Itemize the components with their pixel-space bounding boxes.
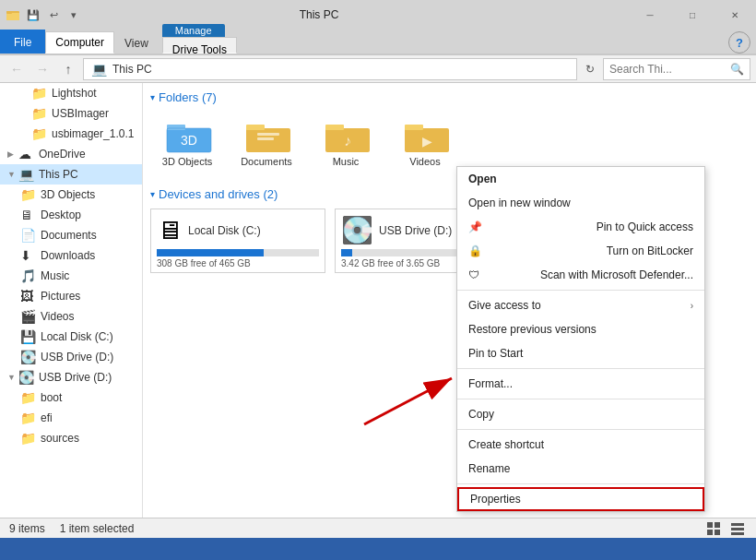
- usb-drive-icon: 💽: [341, 215, 373, 245]
- ctx-label: Turn on BitLocker: [607, 244, 693, 257]
- folder-name: Music: [333, 156, 360, 167]
- ctx-pin-quick-access[interactable]: 📌 Pin to Quick access: [457, 215, 704, 239]
- manage-group-label: Manage: [162, 24, 225, 37]
- drive-info: 308 GB free of 465 GB: [157, 258, 319, 268]
- ctx-label: Scan with Microsoft Defender...: [540, 268, 693, 281]
- address-box[interactable]: 💻 This PC: [83, 58, 577, 80]
- sidebar-label: USB Drive (D:): [41, 351, 113, 363]
- search-input[interactable]: [609, 63, 730, 76]
- drives-header-text: Devices and drives (2): [159, 187, 278, 201]
- folder-item-music[interactable]: ♪ Music: [309, 112, 383, 173]
- sidebar-item-documents[interactable]: 📄 Documents: [0, 225, 142, 245]
- pin-icon: 📌: [468, 220, 482, 233]
- ctx-copy[interactable]: Copy: [457, 402, 704, 426]
- sidebar-item-thispc[interactable]: ▼ 💻 This PC: [0, 164, 142, 185]
- sidebar-item-3dobjects[interactable]: 📁 3D Objects: [0, 185, 142, 205]
- sidebar-label: This PC: [39, 168, 78, 181]
- tab-file[interactable]: File: [0, 30, 45, 54]
- ctx-defender[interactable]: 🛡 Scan with Microsoft Defender...: [457, 263, 704, 287]
- folder-item-3dobjects[interactable]: 3D 3D Objects: [150, 112, 224, 173]
- tab-view[interactable]: View: [114, 32, 159, 54]
- refresh-button[interactable]: ↻: [581, 60, 599, 78]
- sidebar-item-usbd2[interactable]: ▼ 💽 USB Drive (D:): [0, 367, 142, 387]
- folders-section-header[interactable]: Folders (7): [150, 90, 749, 104]
- ctx-label: Rename: [468, 462, 510, 475]
- sidebar-item-usbimager2[interactable]: 📁 usbimager_1.0.1: [0, 124, 142, 144]
- ctx-restore[interactable]: Restore previous versions: [457, 317, 704, 341]
- drive-progress-fill: [157, 249, 264, 256]
- sidebar-item-lightshot[interactable]: 📁 Lightshot: [0, 83, 142, 103]
- sidebar-item-music[interactable]: 🎵 Music: [0, 266, 142, 286]
- ctx-give-access[interactable]: Give access to ›: [457, 293, 704, 317]
- svg-text:♪: ♪: [344, 133, 351, 149]
- ctx-create-shortcut[interactable]: Create shortcut: [457, 433, 704, 457]
- sidebar-label: usbimager_1.0.1: [52, 127, 134, 140]
- folder-icon: 📁: [20, 431, 35, 446]
- ctx-format[interactable]: Format...: [457, 372, 704, 396]
- item-count: 9 items: [9, 522, 45, 535]
- ctx-properties[interactable]: Properties: [457, 487, 704, 511]
- ctx-separator-1: [457, 290, 704, 291]
- svg-rect-9: [257, 133, 279, 136]
- folder-icon: 📁: [20, 390, 35, 405]
- sidebar-item-downloads[interactable]: ⬇ Downloads: [0, 245, 142, 266]
- sidebar-item-videos[interactable]: 🎬 Videos: [0, 306, 142, 327]
- title-bar: 💾 ↩ ▾ This PC ─ □ ✕: [0, 0, 756, 30]
- drive-item-c[interactable]: 🖥 Local Disk (C:) 308 GB free of 465 GB: [150, 209, 325, 273]
- ctx-label: Restore previous versions: [468, 323, 597, 336]
- list-view-button[interactable]: [728, 519, 747, 538]
- tab-drive-tools[interactable]: Drive Tools: [162, 37, 237, 54]
- sidebar-item-localc[interactable]: 💾 Local Disk (C:): [0, 327, 142, 347]
- folder-icon: 📁: [20, 411, 35, 425]
- maximize-button[interactable]: □: [671, 0, 714, 30]
- sidebar-label: Documents: [41, 229, 97, 242]
- help-button[interactable]: ?: [728, 31, 750, 54]
- sidebar-item-sources[interactable]: 📁 sources: [0, 428, 142, 448]
- folders-grid: 3D 3D Objects Documents: [150, 112, 749, 173]
- sidebar-item-boot[interactable]: 📁 boot: [0, 387, 142, 408]
- ctx-bitlocker[interactable]: 🔒 Turn on BitLocker: [457, 239, 704, 263]
- search-box[interactable]: 🔍: [603, 58, 750, 80]
- status-info: 9 items 1 item selected: [9, 522, 134, 535]
- sidebar-label: Desktop: [41, 209, 81, 221]
- ctx-rename[interactable]: Rename: [457, 457, 704, 481]
- back-button[interactable]: ←: [6, 58, 28, 80]
- svg-rect-22: [715, 530, 720, 535]
- folder-item-documents[interactable]: Documents: [230, 112, 303, 173]
- ctx-open[interactable]: Open: [457, 167, 704, 191]
- sidebar-label: sources: [41, 432, 79, 445]
- downloads-icon: ⬇: [20, 248, 35, 263]
- folder-music-icon: ♪: [324, 117, 368, 152]
- forward-button[interactable]: →: [31, 58, 53, 80]
- thispc-icon: 💻: [18, 167, 33, 182]
- sidebar-item-onedrive[interactable]: ▶ ☁ OneDrive: [0, 144, 142, 164]
- sidebar-item-efi[interactable]: 📁 efi: [0, 408, 142, 428]
- ctx-separator-2: [457, 368, 704, 369]
- ctx-open-new-window[interactable]: Open in new window: [457, 191, 704, 215]
- address-icon: 💻: [91, 62, 107, 77]
- svg-line-18: [364, 378, 452, 424]
- sidebar-item-usbd1[interactable]: 💽 USB Drive (D:): [0, 347, 142, 367]
- context-menu: Open Open in new window 📌 Pin to Quick a…: [456, 166, 705, 512]
- expand-icon: ▶: [7, 149, 17, 159]
- grid-view-button[interactable]: [704, 519, 723, 538]
- sidebar-label: boot: [41, 391, 62, 404]
- svg-rect-20: [715, 522, 720, 528]
- svg-rect-8: [246, 125, 265, 130]
- ribbon: File Computer View Manage Drive Tools ?: [0, 30, 756, 55]
- folder-item-videos[interactable]: ▶ Videos: [388, 112, 462, 173]
- ctx-label: Open in new window: [468, 197, 571, 209]
- sidebar-item-desktop[interactable]: 🖥 Desktop: [0, 205, 142, 225]
- svg-rect-23: [731, 523, 744, 526]
- sidebar-label: Pictures: [41, 290, 80, 303]
- sidebar-item-pictures[interactable]: 🖼 Pictures: [0, 286, 142, 306]
- close-button[interactable]: ✕: [714, 0, 756, 30]
- tab-computer[interactable]: Computer: [45, 31, 114, 54]
- videos-icon: 🎬: [20, 309, 35, 324]
- up-button[interactable]: ↑: [57, 58, 79, 80]
- sidebar-item-usbimager[interactable]: 📁 USBImager: [0, 103, 142, 124]
- sidebar-label: Videos: [41, 310, 74, 323]
- onedrive-icon: ☁: [18, 147, 33, 161]
- minimize-button[interactable]: ─: [629, 0, 671, 30]
- ctx-pin-start[interactable]: Pin to Start: [457, 341, 704, 365]
